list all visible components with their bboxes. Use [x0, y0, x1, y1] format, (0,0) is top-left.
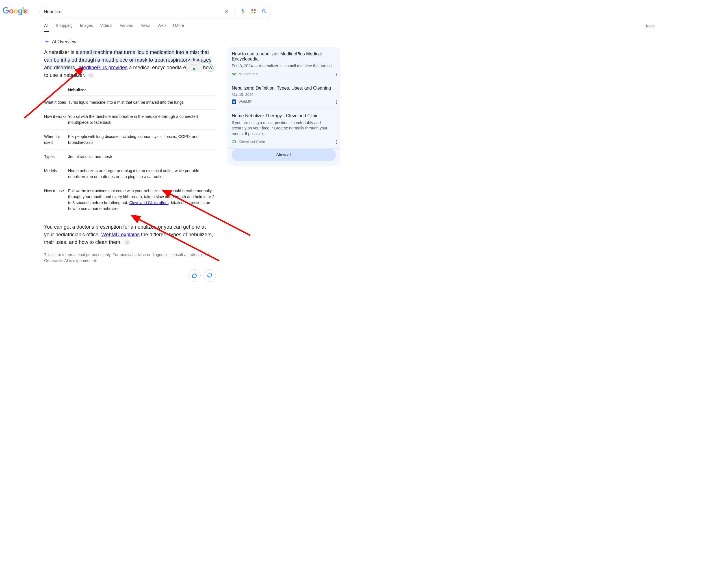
ai-overview-label: AI Overview — [44, 39, 76, 45]
svg-rect-9 — [190, 64, 198, 66]
source-title: How to use a nebulizer: MedlinePlus Medi… — [232, 51, 336, 62]
medlineplus-link[interactable]: MedlinePlus provides — [79, 65, 127, 70]
lens-icon[interactable] — [251, 8, 256, 15]
table-row: How it worksYou sit with the machine and… — [44, 109, 216, 129]
tools-button[interactable]: Tools — [645, 24, 728, 32]
thumbs-down-button[interactable] — [203, 269, 216, 282]
webmd-favicon: W — [232, 99, 236, 104]
source-title: Nebulizers: Definition, Types, Uses, and… — [232, 86, 336, 91]
cleveland-clinic-link[interactable]: Cleveland Clinic offers — [129, 200, 168, 205]
source-item[interactable]: Home Nebulizer Therapy - Cleveland Clini… — [227, 109, 340, 149]
svg-rect-0 — [252, 9, 253, 11]
source-menu-icon[interactable] — [336, 73, 337, 76]
thumbs-up-button[interactable] — [188, 269, 201, 282]
source-snippet: If you are using a mask, position it com… — [232, 120, 336, 137]
medline-favicon — [232, 72, 236, 76]
webmd-link[interactable]: WebMD explains — [101, 232, 140, 237]
table-row: What it doesTurns liquid medicine into a… — [44, 95, 216, 109]
tab-news[interactable]: News — [140, 23, 150, 32]
search-input[interactable] — [44, 9, 224, 14]
table-row: How to useFollow the instructions that c… — [44, 184, 216, 216]
table-header: Nebulizer — [44, 85, 216, 95]
svg-rect-2 — [252, 12, 253, 14]
ai-intro-text: A nebulizer is a small machine that turn… — [44, 49, 216, 79]
tab-all[interactable]: All — [44, 23, 49, 32]
source-site: MedlinePlus — [239, 72, 259, 76]
clear-icon[interactable] — [224, 8, 229, 15]
source-menu-icon[interactable] — [336, 140, 337, 144]
citation-pill[interactable] — [124, 240, 130, 245]
source-site: Cleveland Clinic — [239, 140, 265, 144]
tab-videos[interactable]: Videos — [100, 23, 112, 32]
followup-text: You can get a doctor's prescription for … — [44, 223, 216, 246]
search-tabs: All Shopping Images Videos Forums News W… — [44, 23, 184, 32]
nebulizer-image — [182, 51, 217, 75]
table-row: TypesJet, ultrasonic, and mesh — [44, 150, 216, 164]
divider — [235, 8, 235, 15]
source-item[interactable]: Nebulizers: Definition, Types, Uses, and… — [227, 81, 340, 109]
source-date: Mar 15, 2024 — [232, 92, 336, 97]
table-row: When it's usedFor people with lung disea… — [44, 129, 216, 150]
source-card: How to use a nebulizer: MedlinePlus Medi… — [227, 47, 340, 166]
show-all-button[interactable]: Show all — [232, 149, 336, 161]
tab-forums[interactable]: Forums — [120, 23, 133, 32]
table-row: ModelsHome nebulizers are larger and plu… — [44, 164, 216, 184]
mic-icon[interactable] — [240, 8, 246, 15]
source-site: WebMD — [239, 99, 252, 104]
tab-images[interactable]: Images — [80, 23, 93, 32]
search-bar — [40, 6, 271, 18]
cleveland-favicon — [232, 139, 236, 144]
svg-rect-1 — [254, 9, 256, 11]
tab-more[interactable]: More — [173, 23, 184, 32]
citation-pill[interactable] — [88, 73, 94, 78]
source-title: Home Nebulizer Therapy - Cleveland Clini… — [232, 113, 336, 118]
search-icon[interactable] — [261, 8, 267, 15]
sparkle-icon — [44, 39, 50, 45]
source-menu-icon[interactable] — [336, 100, 337, 104]
tab-shopping[interactable]: Shopping — [56, 23, 73, 32]
google-logo[interactable] — [2, 7, 28, 17]
svg-rect-7 — [186, 61, 202, 72]
nebulizer-table: Nebulizer What it doesTurns liquid medic… — [44, 85, 216, 216]
source-item[interactable]: How to use a nebulizer: MedlinePlus Medi… — [227, 47, 340, 81]
svg-point-3 — [254, 12, 256, 14]
ai-disclaimer: This is for informational purposes only.… — [44, 252, 216, 264]
svg-point-10 — [198, 56, 201, 59]
svg-point-8 — [193, 68, 195, 70]
source-snippet: Feb 3, 2024 — A nebulizer is a small mac… — [232, 63, 336, 69]
tab-web[interactable]: Web — [158, 23, 166, 32]
